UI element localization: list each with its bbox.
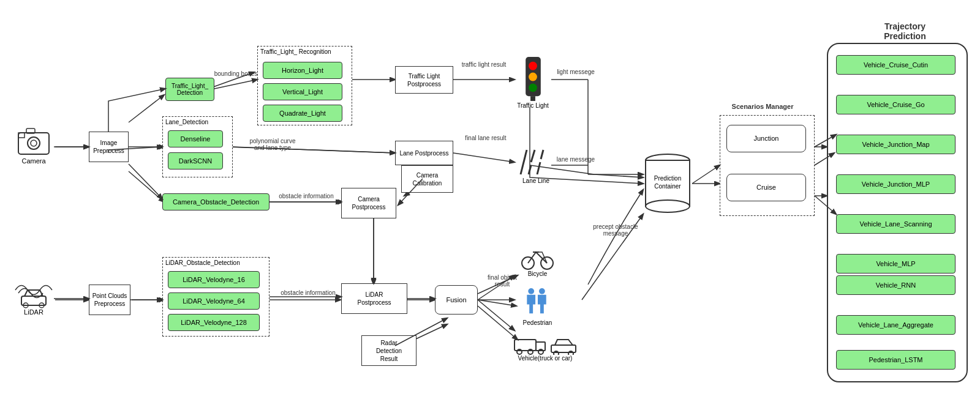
traffic-light-icon: Traffic Light <box>514 54 551 109</box>
lidar-velodyne-128-box: LiDAR_Velodyne_128 <box>168 314 260 331</box>
camera-icon-area: Camera <box>12 119 55 168</box>
svg-line-42 <box>521 150 527 174</box>
svg-line-45 <box>541 150 543 159</box>
vehicle-junction-mlp-box: Vehicle_Junction_MLP <box>836 174 956 194</box>
svg-point-30 <box>28 137 40 149</box>
camera-calibration-box: Camera Calibration <box>401 165 453 193</box>
denseline-box: Denseline <box>168 130 223 147</box>
camera-postprocess-box: Camera Postprocess <box>341 188 396 218</box>
traffic-light-recognition-label: Traffic_Light_ Recognition <box>260 48 331 55</box>
fusion-box: Fusion <box>435 285 478 315</box>
scenarios-dashed-box: Junction Cruise <box>720 115 815 216</box>
lane-detection-label: Lane_Detection <box>165 119 208 125</box>
svg-point-49 <box>528 288 534 294</box>
vehicle-lane-scanning-box: Vehicle_Lane_Scanning <box>836 214 956 234</box>
scenarios-manager-label: Scenarios Manager <box>720 103 805 110</box>
svg-line-3 <box>129 171 164 202</box>
camera-obstacle-detection-box: Camera_Obstacle_Detection <box>162 193 270 210</box>
svg-rect-34 <box>21 296 46 305</box>
svg-line-43 <box>531 150 535 162</box>
lidar-velodyne-64-box: LiDAR_Velodyne_64 <box>168 292 260 310</box>
traffic-light-postprocess-box: Traffic Light Postprocess <box>395 66 453 94</box>
pedestrian-lstm-box: Pedestrian_LSTM <box>836 350 956 370</box>
svg-rect-41 <box>530 96 535 101</box>
trajectory-prediction-title: Trajectory Prediction <box>848 21 962 41</box>
final-lane-result-label: final lane result <box>458 135 513 141</box>
lane-line-icon: Lane Line <box>514 144 557 187</box>
lane-postprocess-box: Lane Postprocess <box>395 141 453 165</box>
prediction-container-box: Prediction Container <box>643 153 692 214</box>
traffic-light-recognition-dashed: Traffic_Light_ Recognition Horizon_Light… <box>257 46 352 125</box>
svg-line-1 <box>129 95 164 122</box>
vehicle-lane-aggregate-box: Vehicle_Lane_Aggregate <box>836 315 956 335</box>
cruise-box: Cruise <box>726 174 806 201</box>
quadrate-light-box: Quadrate_Light <box>263 105 342 122</box>
obstacle-info1-label: obstacle information <box>273 193 340 199</box>
vehicle-label: Vehicle(truck or car) <box>518 355 573 362</box>
vehicle-cruise-go-box: Vehicle_Cruise_Go <box>836 95 956 114</box>
svg-line-23 <box>478 300 514 330</box>
svg-rect-51 <box>514 340 536 351</box>
vertical-light-box: Vertical_Light <box>263 83 342 100</box>
point-clouds-preprocess-box: Point Clouds Preprocess <box>89 285 130 315</box>
svg-point-61 <box>646 200 690 212</box>
svg-point-50 <box>539 288 545 294</box>
lidar-label: LiDAR <box>24 308 43 316</box>
radar-detection-box: Radar Detection Result <box>361 335 417 366</box>
lidar-obstacle-label: LiDAR_Obstacle_Detection <box>165 259 240 266</box>
camera-label: Camera <box>21 157 45 165</box>
pedestrian-label: Pedestrian <box>523 319 552 326</box>
polynomial-curve-label: polynomial curve and lane type <box>236 138 309 151</box>
svg-point-39 <box>529 73 537 81</box>
svg-point-31 <box>31 140 37 146</box>
vehicle-icon: Vehicle(truck or car) <box>511 327 579 367</box>
bicycle-label: Bicycle <box>528 270 548 277</box>
darkscnn-box: DarkSCNN <box>168 152 223 169</box>
obstacle-info2-label: obstacle information <box>274 289 342 296</box>
vehicle-junction-map-box: Vehicle_Junction_Map <box>836 135 956 154</box>
vehicle-mlp-box: Vehicle_MLP <box>836 254 956 274</box>
traffic-light-detection-box: Traffic_Light_ Detection <box>165 78 214 101</box>
pedestrian-icon: Pedestrian <box>518 286 557 326</box>
lane-message-label: lane messege <box>554 156 597 163</box>
lane-detection-dashed: Lane_Detection Denseline DarkSCNN <box>162 116 233 177</box>
precept-obstacle-label: precept obstacle message <box>588 223 643 237</box>
svg-point-40 <box>529 83 537 92</box>
vehicle-cruise-cutin-box: Vehicle_Cruise_Cutin <box>836 55 956 75</box>
lidar-obstacle-detection-dashed: LiDAR_Obstacle_Detection LiDAR_Velodyne_… <box>162 257 270 337</box>
svg-line-46 <box>537 162 540 174</box>
diagram: Camera LiDAR Image Preprocess Point Clou… <box>0 0 980 402</box>
horizon-light-box: Horizon_Light <box>263 62 342 79</box>
svg-line-11 <box>453 153 514 162</box>
svg-rect-29 <box>18 133 49 154</box>
svg-point-38 <box>529 62 537 70</box>
image-preprocess-box: Image Preprocess <box>89 132 129 162</box>
bicycle-icon: Bicycle <box>518 245 557 278</box>
bounding-boxes-label: bounding boxes <box>211 70 260 77</box>
vehicle-rnn-box: Vehicle_RNN <box>836 275 956 295</box>
lane-line-label: Lane Line <box>522 177 549 184</box>
lidar-velodyne-16-box: LiDAR_Velodyne_16 <box>168 271 260 288</box>
traffic-light-result-label: traffic light result <box>456 61 511 68</box>
lidar-icon-area: LiDAR <box>9 266 58 321</box>
traffic-light-icon-label: Traffic Light <box>517 102 549 109</box>
svg-line-44 <box>529 165 531 174</box>
light-message-label: light messege <box>554 69 597 75</box>
lidar-postprocess-box: LiDAR Postprocess <box>341 283 407 314</box>
junction-box: Junction <box>726 125 806 152</box>
